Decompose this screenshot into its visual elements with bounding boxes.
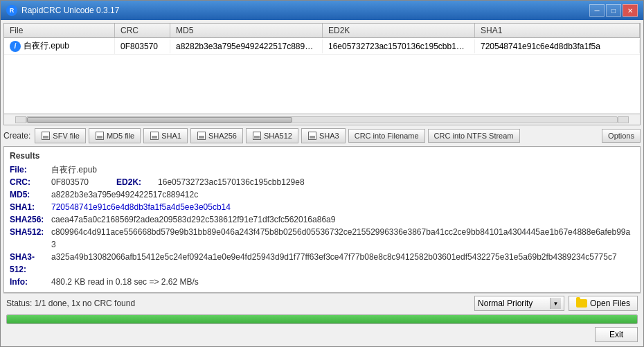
info-label: Info: — [10, 276, 51, 288]
result-sha512-row: SHA512: c809964c4d911ace556668bd579e9b31… — [10, 226, 634, 251]
result-file-row: File: 自夜行.epub — [10, 163, 634, 176]
sha1-result-value: 720548741e91c6e4d8db3fa1f5a4d5ee3e05cb14 — [51, 201, 634, 213]
sha3-button[interactable]: SHA3 — [301, 128, 346, 143]
cell-sha1: 720548741e91c6e4d8db3fa1f5a — [475, 39, 640, 53]
progress-fill — [7, 315, 637, 323]
table-header: File CRC MD5 ED2K SHA1 — [4, 24, 640, 38]
file-table: File CRC MD5 ED2K SHA1 自夜行.epub 0F803570… — [3, 23, 641, 125]
result-sha1-row: SHA1: 720548741e91c6e4d8db3fa1f5a4d5ee3e… — [10, 201, 634, 213]
progress-row — [3, 313, 641, 326]
table-body: 自夜行.epub 0F803570 a8282b3e3a795e94924225… — [4, 38, 640, 114]
cell-ed2k: 16e05732723ac1570136c195cbb129e8 — [323, 39, 475, 53]
crc-filename-button[interactable]: CRC into Filename — [348, 129, 425, 143]
minimize-button[interactable]: ─ — [589, 4, 605, 17]
status-text: Status: 1/1 done, 1x no CRC found — [6, 299, 470, 308]
scroll-thumb[interactable] — [27, 117, 292, 123]
progress-bar — [6, 314, 638, 324]
dropdown-arrow-icon: ▼ — [550, 298, 561, 309]
col-file: File — [4, 24, 115, 37]
cell-md5: a8282b3e3a795e9492422517c889412c — [170, 39, 323, 53]
maximize-button[interactable]: □ — [606, 4, 621, 17]
priority-dropdown[interactable]: Normal Priority ▼ — [474, 296, 564, 311]
options-wrap: Options — [602, 129, 641, 143]
app-icon: R — [6, 5, 17, 16]
sha256-icon — [197, 131, 206, 141]
exit-row: Exit — [3, 326, 641, 344]
sha1-result-label: SHA1: — [10, 201, 51, 213]
result-sha3-row: SHA3-512: a325a49b13082066afb15412e5c24e… — [10, 251, 634, 276]
exit-button[interactable]: Exit — [595, 327, 638, 342]
result-md5-row: MD5: a8282b3e3a795e9492422517c889412c — [10, 188, 634, 201]
ed2k-label: ED2K: — [116, 176, 158, 188]
sha256-button[interactable]: SHA256 — [190, 128, 243, 143]
col-crc: CRC — [115, 24, 170, 37]
results-title: Results — [10, 151, 634, 161]
horizontal-scrollbar[interactable] — [4, 114, 640, 125]
sha512-result-label: SHA512: — [10, 226, 51, 251]
file-value: 自夜行.epub — [51, 163, 634, 176]
sha1-button[interactable]: SHA1 — [143, 128, 188, 143]
sha1-icon — [150, 131, 159, 141]
content-area: File CRC MD5 ED2K SHA1 自夜行.epub 0F803570… — [1, 20, 643, 346]
open-files-button[interactable]: Open Files — [569, 296, 638, 311]
sha3-icon — [307, 131, 317, 141]
sha512-button[interactable]: SHA512 — [246, 128, 298, 143]
main-window: R RapidCRC Unicode 0.3.17 ─ □ ✕ File CRC… — [0, 0, 644, 347]
crc-value: 0F803570 — [51, 176, 89, 188]
folder-icon — [576, 299, 587, 308]
cell-crc: 0F803570 — [115, 39, 170, 53]
md5-value: a8282b3e3a795e9492422517c889412c — [51, 188, 634, 201]
sfv-file-button[interactable]: SFV file — [35, 128, 86, 143]
close-button[interactable]: ✕ — [623, 4, 638, 17]
create-label: Create: — [3, 131, 30, 141]
cell-file: 自夜行.epub — [4, 38, 115, 54]
scroll-track[interactable] — [26, 116, 618, 123]
col-sha1: SHA1 — [475, 24, 640, 37]
sha3-result-label: SHA3-512: — [10, 251, 51, 276]
create-buttons-row: Create: SFV file MD5 file SHA1 SHA256 SH… — [3, 125, 641, 146]
col-ed2k: ED2K — [323, 24, 475, 37]
sha512-icon — [252, 131, 262, 141]
result-info-row: Info: 480.2 KB read in 0.18 sec => 2.62 … — [10, 276, 634, 288]
window-controls: ─ □ ✕ — [589, 4, 638, 17]
info-value: 480.2 KB read in 0.18 sec => 2.62 MB/s — [51, 276, 634, 288]
file-label: File: — [10, 163, 51, 176]
results-panel: Results File: 自夜行.epub CRC: 0F803570 ED2… — [3, 146, 641, 293]
sha256-result-value: caea47a5a0c2168569f2adea209583d292c53861… — [51, 213, 634, 226]
sfv-icon — [41, 131, 51, 141]
title-bar: R RapidCRC Unicode 0.3.17 ─ □ ✕ — [1, 1, 643, 20]
scroll-left[interactable] — [15, 116, 26, 123]
md5-file-button[interactable]: MD5 file — [89, 128, 141, 143]
window-title: RapidCRC Unicode 0.3.17 — [21, 6, 589, 15]
priority-label: Normal Priority — [478, 299, 550, 308]
table-row[interactable]: 自夜行.epub 0F803570 a8282b3e3a795e94924225… — [4, 38, 640, 55]
file-icon — [10, 41, 21, 52]
status-bar: Status: 1/1 done, 1x no CRC found Normal… — [3, 293, 641, 313]
result-sha256-row: SHA256: caea47a5a0c2168569f2adea209583d2… — [10, 213, 634, 226]
result-crc-ed2k-row: CRC: 0F803570 ED2K: 16e05732723ac1570136… — [10, 176, 634, 188]
ed2k-value: 16e05732723ac1570136c195cbb129e8 — [158, 176, 305, 188]
sha512-result-value: c809964c4d911ace556668bd579e9b31bb89e046… — [51, 226, 634, 251]
md5-icon — [95, 131, 105, 141]
sha3-result-value: a325a49b13082066afb15412e5c24ef0924a1e0e… — [51, 251, 634, 276]
col-md5: MD5 — [170, 24, 323, 37]
crc-ntfs-button[interactable]: CRC into NTFS Stream — [428, 129, 520, 143]
sha256-result-label: SHA256: — [10, 213, 51, 226]
options-button[interactable]: Options — [602, 129, 641, 143]
md5-label: MD5: — [10, 188, 51, 201]
scroll-right[interactable] — [618, 116, 629, 123]
crc-label: CRC: — [10, 176, 51, 188]
